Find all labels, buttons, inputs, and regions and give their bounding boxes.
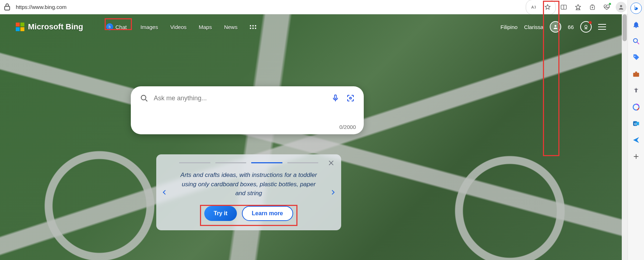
promo-prev-icon[interactable]	[160, 188, 169, 197]
microsoft-logo-icon	[16, 23, 24, 31]
sidebar-outlook-icon[interactable]: O	[630, 117, 642, 130]
browser-toolbar: A •••	[0, 0, 644, 14]
nav-images[interactable]: Images	[140, 24, 158, 30]
health-heart-icon[interactable]	[600, 1, 613, 14]
sidebar-search-icon[interactable]	[630, 35, 642, 47]
sidebar-games-icon[interactable]	[630, 85, 642, 97]
svg-rect-21	[335, 95, 337, 99]
svg-point-7	[633, 39, 637, 43]
scrollbar-thumb[interactable]	[622, 14, 627, 41]
split-screen-icon[interactable]	[557, 1, 570, 14]
voice-search-icon[interactable]	[330, 93, 341, 103]
sidebar-bing-icon[interactable]	[630, 2, 642, 14]
sidebar-send-icon[interactable]	[630, 134, 642, 146]
bing-logo[interactable]: Microsoft Bing	[16, 22, 83, 32]
page-viewport: Microsoft Bing b Chat Images Videos Maps…	[0, 14, 628, 260]
nav-maps[interactable]: Maps	[199, 24, 212, 30]
sidebar-office-icon[interactable]	[630, 101, 642, 113]
edge-sidebar: O	[628, 0, 644, 260]
svg-line-8	[637, 42, 639, 44]
favorite-star-icon[interactable]	[541, 1, 554, 14]
svg-point-9	[634, 56, 635, 57]
nav-chat[interactable]: b Chat	[105, 22, 128, 32]
promo-close-icon[interactable]	[328, 159, 335, 167]
page-actions-group: A	[526, 0, 556, 15]
favorites-list-icon[interactable]	[572, 1, 585, 14]
rewards-badge-icon[interactable]	[580, 21, 592, 33]
sidebar-shopping-tag-icon[interactable]	[630, 52, 642, 64]
svg-rect-0	[5, 6, 10, 10]
svg-rect-10	[633, 73, 639, 77]
vertical-scrollbar[interactable]	[622, 14, 628, 260]
search-box: 0/2000	[131, 86, 364, 134]
sidebar-briefcase-icon[interactable]	[630, 68, 642, 80]
notification-dot	[609, 3, 611, 5]
language-selector[interactable]: Filipino	[501, 24, 518, 30]
user-avatar-icon[interactable]	[550, 21, 561, 33]
svg-point-19	[141, 95, 146, 100]
svg-point-22	[350, 97, 352, 99]
site-info-lock-icon[interactable]	[2, 2, 12, 12]
svg-text:O: O	[634, 122, 636, 126]
address-bar-input[interactable]	[14, 3, 523, 11]
hamburger-menu-icon[interactable]	[598, 24, 606, 30]
promo-progress	[179, 162, 318, 163]
collections-icon[interactable]	[586, 1, 599, 14]
svg-rect-13	[636, 122, 639, 125]
svg-text:A: A	[531, 5, 534, 9]
svg-point-18	[585, 25, 587, 28]
nav-news[interactable]: News	[224, 24, 238, 30]
bing-logo-text: Microsoft Bing	[28, 22, 83, 32]
read-aloud-icon[interactable]: A	[528, 1, 540, 14]
promo-text: Arts and crafts ideas, with instructions…	[178, 170, 320, 198]
sidebar-bell-icon[interactable]	[630, 19, 642, 31]
rewards-points[interactable]: 66	[568, 24, 574, 30]
bing-top-nav: Microsoft Bing b Chat Images Videos Maps…	[0, 14, 622, 39]
nav-more-icon[interactable]	[250, 25, 256, 29]
browser-profile-button[interactable]	[615, 1, 628, 14]
svg-point-6	[620, 5, 622, 7]
try-it-button[interactable]: Try it	[204, 206, 237, 221]
search-icon	[139, 93, 149, 103]
image-search-icon[interactable]	[345, 93, 356, 103]
nav-chat-label: Chat	[115, 24, 127, 30]
promo-next-icon[interactable]	[328, 188, 338, 197]
chat-bubble-icon: b	[106, 23, 113, 30]
char-counter: 0/2000	[339, 124, 356, 130]
search-input[interactable]	[154, 95, 326, 102]
svg-line-20	[146, 100, 147, 101]
learn-more-button[interactable]: Learn more	[242, 206, 293, 221]
user-name[interactable]: Clarissa	[524, 24, 543, 30]
svg-point-17	[555, 25, 557, 27]
nav-videos[interactable]: Videos	[170, 24, 187, 30]
sidebar-add-icon[interactable]	[630, 150, 642, 163]
promo-card: Arts and crafts ideas, with instructions…	[156, 154, 341, 230]
